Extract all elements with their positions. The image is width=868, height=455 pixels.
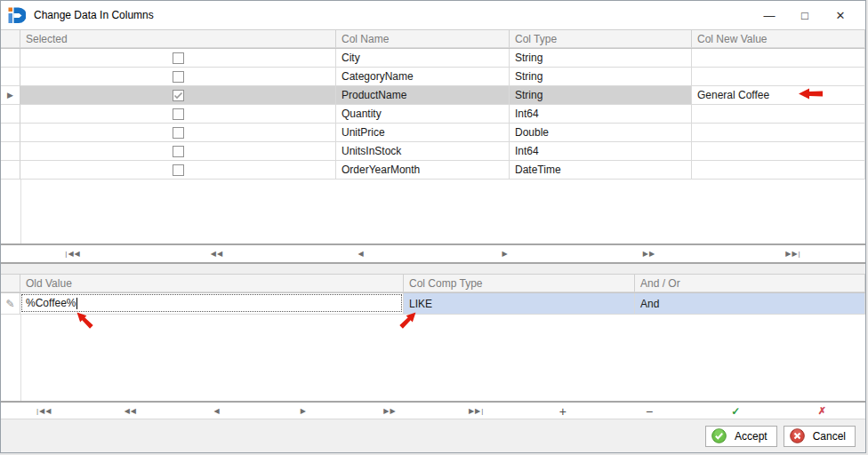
nav-prev-page-button[interactable]: ◀◀ — [145, 245, 289, 262]
close-button[interactable]: ✕ — [823, 2, 858, 28]
pencil-icon: ✎ — [5, 299, 14, 309]
change-data-dialog: Change Data In Columns — □ ✕ Selected Co… — [0, 0, 866, 453]
cell-col-type[interactable]: Int64 — [510, 142, 692, 161]
cell-col-new-value[interactable] — [692, 124, 865, 142]
old-value-input[interactable]: %Coffee% — [21, 294, 402, 312]
window-title: Change Data In Columns — [34, 9, 154, 21]
checkbox-unchecked[interactable] — [173, 146, 184, 157]
cell-col-type[interactable]: Int64 — [510, 105, 692, 124]
nav-last-button[interactable]: ▶▶| — [721, 245, 865, 262]
cell-col-type[interactable]: DateTime — [510, 161, 692, 180]
nav-next-page-button[interactable]: ▶▶ — [577, 245, 721, 262]
columns-grid-navigator: |◀◀ ◀◀ ◀ ▶ ▶▶ ▶▶| — [1, 243, 865, 264]
header-indicator-cell — [1, 275, 20, 292]
nav-delete-row-button[interactable]: − — [606, 403, 692, 419]
nav-cancel-edit-button[interactable]: ✗ — [779, 403, 865, 419]
cell-col-new-value[interactable] — [692, 68, 865, 86]
accept-label: Accept — [735, 430, 768, 443]
cancel-button[interactable]: Cancel — [784, 426, 856, 447]
filter-row-editing: ✎ %Coffee% LIKE And — [1, 293, 865, 315]
cell-col-name[interactable]: City — [336, 49, 510, 68]
header-col-type[interactable]: Col Type — [510, 30, 692, 48]
nav-prev-button[interactable]: ◀ — [289, 245, 433, 262]
cancel-x-icon — [790, 428, 805, 443]
cell-col-new-value[interactable] — [692, 142, 865, 161]
nav-next-button[interactable]: ▶ — [261, 403, 347, 419]
cell-col-new-value[interactable] — [692, 49, 865, 68]
checkbox-unchecked[interactable] — [173, 108, 184, 120]
cancel-label: Cancel — [813, 430, 846, 443]
row-orderyearmonth-checkbox-cell[interactable] — [20, 161, 336, 180]
check-icon — [173, 92, 183, 100]
cell-col-type[interactable]: String — [510, 86, 692, 105]
old-value-cell[interactable]: %Coffee% — [20, 293, 404, 315]
cell-col-name[interactable]: Quantity — [336, 105, 510, 124]
nav-end-edit-button[interactable]: ✓ — [693, 403, 779, 419]
checkbox-unchecked[interactable] — [173, 127, 184, 139]
table-row-current: ▶ ProductName String General Coffee — [1, 86, 865, 105]
columns-grid-empty-area — [1, 180, 865, 243]
window-controls: — □ ✕ — [751, 2, 858, 28]
col-comp-type-cell[interactable]: LIKE — [404, 293, 635, 315]
row-productname-checkbox-cell[interactable] — [20, 86, 336, 105]
row-categoryname-checkbox-cell[interactable] — [20, 68, 336, 86]
minimize-button[interactable]: — — [751, 2, 787, 28]
checkbox-unchecked[interactable] — [173, 164, 184, 176]
maximize-button[interactable]: □ — [787, 2, 823, 28]
filter-grid-header: Old Value Col Comp Type And / Or — [1, 274, 865, 293]
and-or-cell[interactable]: And — [635, 293, 865, 315]
cell-col-new-value[interactable] — [692, 105, 865, 124]
nav-prev-button[interactable]: ◀ — [173, 403, 260, 419]
text-caret — [76, 298, 77, 309]
cell-col-name[interactable]: ProductName — [336, 86, 510, 105]
checkbox-checked[interactable] — [173, 90, 184, 101]
columns-grid-header: Selected Col Name Col Type Col New Value — [1, 29, 865, 49]
cell-col-type[interactable]: String — [510, 68, 692, 86]
cell-col-name[interactable]: UnitsInStock — [336, 142, 510, 161]
accept-button[interactable]: Accept — [705, 426, 777, 447]
row-unitsinstock-checkbox-cell[interactable] — [20, 142, 336, 161]
table-row: CategoryName String — [1, 68, 865, 86]
current-row-marker-icon: ▶ — [7, 92, 13, 100]
app-logo-icon — [7, 6, 26, 25]
filter-grid: Old Value Col Comp Type And / Or ✎ %Coff… — [1, 274, 865, 421]
row-city-checkbox-cell[interactable] — [20, 49, 336, 68]
old-value-text: %Coffee% — [26, 297, 76, 309]
cell-col-type[interactable]: Double — [510, 124, 692, 142]
nav-first-button[interactable]: |◀◀ — [1, 403, 87, 419]
nav-add-row-button[interactable]: + — [519, 403, 606, 419]
splitter — [1, 264, 865, 274]
header-selected[interactable]: Selected — [20, 30, 336, 48]
checkbox-unchecked[interactable] — [173, 52, 184, 64]
dialog-footer: Accept Cancel — [1, 419, 865, 452]
accept-check-icon — [711, 428, 727, 443]
table-row: UnitPrice Double — [1, 124, 865, 142]
edit-row-indicator: ✎ — [1, 293, 20, 315]
checkbox-unchecked[interactable] — [173, 71, 184, 83]
table-row: UnitsInStock Int64 — [1, 142, 865, 161]
header-col-comp-type[interactable]: Col Comp Type — [404, 275, 635, 292]
row-unitprice-checkbox-cell[interactable] — [20, 124, 336, 142]
nav-prev-page-button[interactable]: ◀◀ — [87, 403, 173, 419]
table-row: City String — [1, 49, 865, 68]
row-quantity-checkbox-cell[interactable] — [20, 105, 336, 124]
nav-last-button[interactable]: ▶▶| — [433, 403, 519, 419]
header-indicator-cell — [1, 30, 20, 48]
cell-col-new-value[interactable]: General Coffee — [692, 86, 865, 105]
nav-next-page-button[interactable]: ▶▶ — [347, 403, 433, 419]
nav-first-button[interactable]: |◀◀ — [1, 245, 145, 262]
cell-col-name[interactable]: CategoryName — [336, 68, 510, 86]
header-old-value[interactable]: Old Value — [20, 275, 404, 292]
cell-col-name[interactable]: OrderYearMonth — [336, 161, 510, 180]
table-row: Quantity Int64 — [1, 105, 865, 124]
columns-grid: Selected Col Name Col Type Col New Value… — [1, 29, 865, 264]
header-and-or[interactable]: And / Or — [635, 275, 865, 292]
cell-col-type[interactable]: String — [510, 49, 692, 68]
table-row: OrderYearMonth DateTime — [1, 161, 865, 180]
nav-next-button[interactable]: ▶ — [433, 245, 577, 262]
cell-col-new-value[interactable] — [692, 161, 865, 180]
header-col-name[interactable]: Col Name — [336, 30, 510, 48]
header-col-new-value[interactable]: Col New Value — [692, 30, 865, 48]
cell-col-name[interactable]: UnitPrice — [336, 124, 510, 142]
filter-grid-empty-area — [1, 315, 865, 401]
